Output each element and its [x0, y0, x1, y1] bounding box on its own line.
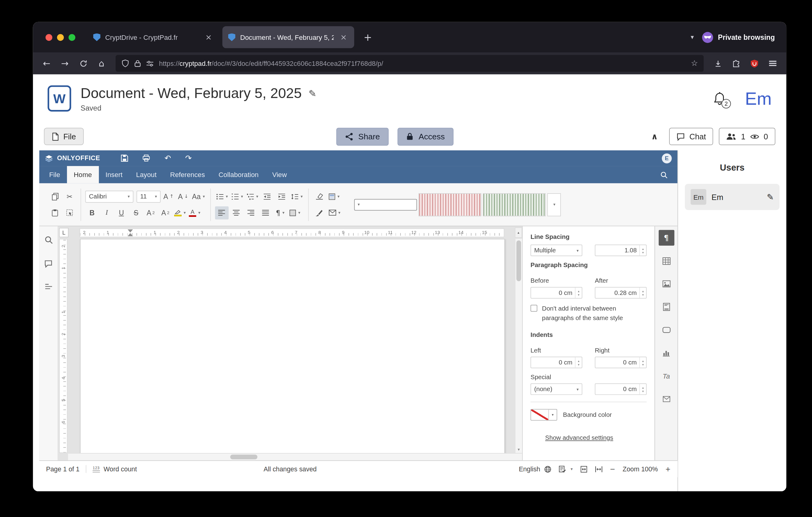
user-list-item[interactable]: Em Em ✎	[685, 184, 780, 210]
table-settings-icon[interactable]	[659, 253, 674, 269]
style-gallery-expand-button[interactable]	[547, 193, 560, 216]
document-page[interactable]	[80, 239, 505, 453]
style-preview-3[interactable]	[483, 193, 546, 216]
decrease-indent-button[interactable]	[260, 190, 274, 203]
menu-hamburger-icon[interactable]	[764, 55, 781, 71]
vertical-ruler[interactable]: 2 1 1 2 3 4 5 6	[59, 239, 67, 453]
cut-button[interactable]: ✂	[63, 190, 76, 203]
tab-close-icon[interactable]: ×	[204, 32, 213, 42]
home-button[interactable]: ⌂	[93, 55, 110, 71]
change-case-button[interactable]: Aa	[191, 190, 206, 203]
minimize-window-button[interactable]	[57, 34, 64, 40]
redo-button[interactable]: ↷	[185, 154, 192, 163]
paste-button[interactable]	[48, 206, 61, 219]
select-all-button[interactable]	[63, 206, 76, 219]
menu-tab-insert[interactable]: Insert	[99, 166, 129, 183]
reload-button[interactable]	[75, 55, 92, 71]
extensions-puzzle-icon[interactable]	[728, 55, 745, 71]
spinner-arrows-icon[interactable]: ▴▾	[575, 357, 582, 368]
new-tab-button[interactable]: +	[360, 29, 375, 45]
notifications-button[interactable]: 2	[713, 91, 726, 105]
downloads-button[interactable]	[709, 55, 726, 71]
text-art-settings-icon[interactable]: Ta	[659, 368, 674, 384]
permissions-icon[interactable]	[146, 60, 154, 67]
special-select[interactable]: (none)	[530, 383, 582, 395]
style-preview-1[interactable]	[354, 199, 417, 211]
shape-settings-icon[interactable]	[659, 322, 674, 338]
paragraph-settings-icon[interactable]: ¶	[659, 230, 674, 246]
spinner-arrows-icon[interactable]: ▴▾	[639, 288, 646, 298]
increase-indent-button[interactable]	[275, 190, 289, 203]
spinner-arrows-icon[interactable]: ▴▾	[639, 245, 646, 255]
menu-tab-collaboration[interactable]: Collaboration	[212, 166, 265, 183]
word-count-button[interactable]: 123 Word count	[93, 465, 137, 472]
spacing-before-spinner[interactable]: 0 cm ▴▾	[530, 287, 582, 299]
share-button[interactable]: Share	[336, 128, 389, 145]
language-selector[interactable]: English	[519, 465, 551, 472]
user-avatar-initials[interactable]: Em	[745, 88, 772, 109]
mail-merge-settings-icon[interactable]	[659, 391, 674, 407]
horizontal-ruler[interactable]: 2 1 1 2 3 4 5 6 7 8 9 10	[80, 228, 504, 237]
chat-button[interactable]: Chat	[669, 128, 713, 145]
horizontal-scrollbar[interactable]	[68, 453, 522, 460]
menu-tab-view[interactable]: View	[265, 166, 293, 183]
rename-pencil-icon[interactable]: ✎	[309, 88, 316, 99]
undo-button[interactable]: ↶	[165, 154, 171, 163]
highlight-color-button[interactable]	[173, 206, 186, 219]
scroll-up-button[interactable]: ▴	[515, 227, 522, 238]
tab-stop-selector[interactable]: L	[59, 228, 68, 237]
strikeout-button[interactable]: S	[129, 206, 143, 219]
lock-icon[interactable]	[134, 60, 141, 67]
align-left-button[interactable]	[215, 206, 228, 219]
collapse-toolbar-chevron-icon[interactable]: ∧	[646, 129, 663, 143]
tracking-protection-shield-icon[interactable]	[121, 59, 129, 67]
align-center-button[interactable]	[229, 206, 243, 219]
comments-icon[interactable]	[44, 260, 53, 268]
url-bar[interactable]: https://cryptpad.fr/doc/#/3/doc/edit/ff0…	[116, 55, 704, 72]
scrollbar-thumb[interactable]	[517, 240, 521, 281]
indent-left-spinner[interactable]: 0 cm ▴▾	[530, 357, 582, 369]
interval-checkbox-label[interactable]: Don't add interval between paragraphs of…	[542, 304, 647, 323]
spinner-arrows-icon[interactable]: ▴▾	[639, 384, 646, 394]
print-button[interactable]	[143, 154, 150, 162]
edit-name-pencil-icon[interactable]: ✎	[767, 192, 774, 202]
spinner-arrows-icon[interactable]: ▴▾	[575, 288, 582, 298]
fit-width-button[interactable]	[595, 465, 603, 472]
page-indicator[interactable]: Page 1 of 1	[46, 465, 79, 472]
underline-button[interactable]: U	[114, 206, 128, 219]
numbering-button[interactable]	[230, 190, 244, 203]
font-name-select[interactable]: Calibri	[85, 191, 134, 202]
clear-style-button[interactable]	[313, 190, 326, 203]
file-menu-button[interactable]: File	[44, 128, 84, 145]
dropdown-caret-icon[interactable]: ▾	[549, 409, 557, 420]
background-color-swatch[interactable]	[531, 409, 549, 420]
tab-close-icon[interactable]: ×	[339, 32, 348, 42]
image-settings-icon[interactable]	[659, 276, 674, 292]
tab-document[interactable]: Document - Wed, February 5, 2025 ×	[223, 26, 354, 48]
tab-cryptdrive[interactable]: CryptDrive - CryptPad.fr ×	[87, 26, 220, 48]
line-spacing-spinner[interactable]: 1.08 ▴▾	[595, 245, 646, 256]
editor-search-button[interactable]	[654, 166, 674, 183]
subscript-button[interactable]: A2	[158, 206, 172, 219]
justify-button[interactable]	[259, 206, 272, 219]
nonprinting-characters-button[interactable]: ¶	[273, 206, 287, 219]
interval-checkbox[interactable]	[530, 305, 537, 311]
copy-button[interactable]	[48, 190, 61, 203]
special-amount-spinner[interactable]: 0 cm ▴▾	[595, 383, 646, 395]
first-line-indent-marker[interactable]	[127, 229, 133, 232]
menu-tab-references[interactable]: References	[164, 166, 212, 183]
chart-settings-icon[interactable]	[659, 345, 674, 361]
close-window-button[interactable]	[46, 34, 52, 40]
color-scheme-button[interactable]	[327, 190, 341, 203]
scrollbar-thumb[interactable]	[230, 455, 257, 459]
bullets-button[interactable]	[215, 190, 229, 203]
align-right-button[interactable]	[244, 206, 258, 219]
header-footer-settings-icon[interactable]	[659, 299, 674, 315]
background-color-picker[interactable]: ▾	[530, 409, 557, 421]
bold-button[interactable]: B	[85, 206, 99, 219]
zoom-level[interactable]: Zoom 100%	[622, 465, 658, 472]
zoom-out-button[interactable]: −	[610, 465, 615, 473]
font-size-select[interactable]: 11	[137, 191, 161, 202]
back-button[interactable]: ←	[38, 55, 55, 71]
indent-right-spinner[interactable]: 0 cm ▴▾	[595, 357, 646, 369]
